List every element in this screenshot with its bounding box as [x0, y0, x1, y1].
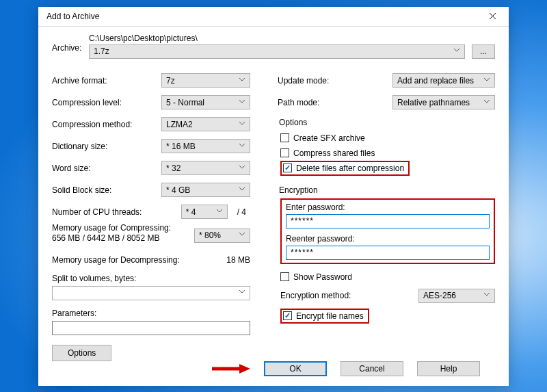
threads-total: / 4 [228, 207, 250, 217]
level-select[interactable]: 5 - Normal [161, 95, 250, 109]
word-select[interactable]: * 32 [161, 161, 250, 175]
enter-password-label: Enter password: [286, 202, 490, 212]
sfx-label: Create SFX archive [293, 133, 365, 143]
password-highlight: Enter password: Reenter password: [280, 198, 495, 264]
word-label: Word size: [52, 164, 161, 173]
mem-compress-label: Memory usage for Compressing: [52, 223, 171, 233]
split-combo[interactable] [52, 286, 250, 300]
encryption-group-label: Encryption [278, 185, 495, 195]
enter-password-input[interactable] [286, 214, 490, 228]
path-mode-label: Path mode: [278, 98, 339, 107]
threads-label: Number of CPU threads: [52, 207, 181, 217]
shared-checkbox[interactable] [280, 148, 289, 157]
archive-filename-combo[interactable]: 1.7z [89, 44, 465, 59]
mem-decompress-value: 18 MB [226, 255, 250, 265]
titlebar: Add to Archive [38, 7, 509, 27]
split-label: Split to volumes, bytes: [52, 274, 250, 283]
show-password-label: Show Password [293, 272, 352, 282]
options-button[interactable]: Options [52, 345, 111, 361]
archive-label: Archive: [52, 34, 82, 53]
ok-button[interactable]: OK [264, 361, 327, 376]
dict-label: Dictionary size: [52, 142, 161, 151]
mem-compress-select[interactable]: * 80% [194, 228, 250, 243]
shared-label: Compress shared files [293, 148, 375, 158]
level-label: Compression level: [52, 98, 161, 107]
block-select[interactable]: * 4 GB [161, 183, 250, 197]
encrypt-names-checkbox[interactable] [283, 311, 292, 320]
method-select[interactable]: LZMA2 [161, 117, 250, 131]
params-input[interactable] [52, 321, 250, 335]
archive-path: C:\Users\pc\Desktop\pictures\ [89, 34, 465, 43]
browse-button[interactable]: ... [472, 44, 495, 59]
help-button[interactable]: Help [417, 361, 480, 376]
format-label: Archive format: [52, 76, 161, 86]
close-button[interactable] [479, 7, 506, 26]
method-label: Compression method: [52, 120, 161, 129]
add-to-archive-dialog: Add to Archive Archive: C:\Users\pc\Desk… [38, 7, 509, 386]
update-mode-label: Update mode: [278, 76, 339, 86]
encrypt-names-label: Encrypt file names [296, 311, 364, 321]
enc-method-select[interactable]: AES-256 [418, 289, 495, 303]
options-group-label: Options [278, 118, 495, 127]
window-title: Add to Archive [46, 12, 99, 21]
close-icon [489, 12, 496, 20]
update-mode-select[interactable]: Add and replace files [392, 73, 495, 88]
format-select[interactable]: 7z [161, 73, 250, 88]
mem-compress-detail: 656 MB / 6442 MB / 8052 MB [52, 233, 171, 244]
sfx-checkbox[interactable] [280, 133, 289, 142]
threads-select[interactable]: * 4 [181, 205, 228, 219]
show-password-checkbox[interactable] [280, 272, 289, 281]
reenter-password-input[interactable] [286, 246, 490, 260]
delete-after-label: Delete files after compression [296, 164, 404, 173]
block-label: Solid Block size: [52, 185, 161, 195]
delete-after-checkbox[interactable] [283, 164, 292, 172]
svg-marker-1 [239, 364, 250, 374]
reenter-password-label: Reenter password: [286, 234, 490, 244]
dict-select[interactable]: * 16 MB [161, 139, 250, 153]
path-mode-select[interactable]: Relative pathnames [392, 95, 495, 109]
enc-method-label: Encryption method: [280, 291, 351, 300]
mem-decompress-label: Memory usage for Decompressing: [52, 255, 226, 265]
arrow-annotation [211, 363, 250, 375]
cancel-button[interactable]: Cancel [341, 361, 403, 376]
params-label: Parameters: [52, 309, 250, 318]
